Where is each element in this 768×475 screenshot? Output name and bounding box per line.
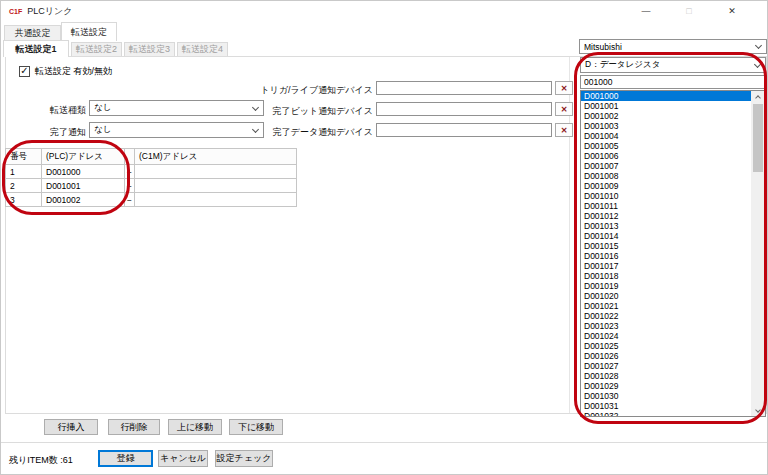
- list-item[interactable]: D001016: [581, 251, 752, 261]
- vendor-select[interactable]: Mitsubishi: [579, 39, 767, 54]
- cancel-button[interactable]: キャンセル: [158, 450, 208, 467]
- list-item[interactable]: D001010: [581, 191, 752, 201]
- list-item[interactable]: D001032: [581, 411, 752, 417]
- dash-separator: −: [125, 179, 135, 193]
- list-item[interactable]: D001012: [581, 211, 752, 221]
- chevron-up-icon: [755, 95, 761, 101]
- list-item[interactable]: D001007: [581, 161, 752, 171]
- close-button[interactable]: ✕: [716, 1, 748, 21]
- device-search-input[interactable]: [580, 75, 766, 89]
- list-item[interactable]: D001023: [581, 321, 752, 331]
- table-row: 2 D001001 −: [6, 179, 297, 193]
- list-item[interactable]: D001029: [581, 381, 752, 391]
- row-number-cell: 2: [6, 179, 42, 193]
- c1m-address-cell[interactable]: [135, 179, 297, 193]
- completion-notice-value: なし: [94, 124, 111, 136]
- tab-transfer-settings[interactable]: 転送設定: [61, 22, 117, 41]
- list-item[interactable]: D001009: [581, 181, 752, 191]
- list-item[interactable]: D001015: [581, 241, 752, 251]
- scrollbar-thumb[interactable]: [753, 104, 763, 172]
- clear-trigger-device-button[interactable]: ✕: [555, 81, 573, 95]
- list-item[interactable]: D001014: [581, 231, 752, 241]
- delete-row-button[interactable]: 行削除: [108, 419, 160, 435]
- insert-row-button[interactable]: 行挿入: [44, 419, 98, 435]
- clear-completion-data-button[interactable]: ✕: [555, 123, 573, 137]
- footer-divider: [1, 442, 768, 443]
- scroll-down-button[interactable]: [751, 405, 765, 416]
- plc-link-dialog: C1F PLCリンク — □ ✕ 共通設定 転送設定 転送設定1 転送設定2 転…: [0, 0, 768, 475]
- completion-data-input[interactable]: [376, 123, 552, 137]
- plc-address-cell[interactable]: D001002: [42, 193, 125, 207]
- list-item[interactable]: D001022: [581, 311, 752, 321]
- vendor-select-value: Mitsubishi: [584, 42, 622, 52]
- list-item[interactable]: D001026: [581, 351, 752, 361]
- transfer-type-select[interactable]: なし: [89, 100, 264, 116]
- register-type-select[interactable]: D：データレジスタ: [580, 57, 766, 73]
- trigger-device-input[interactable]: [376, 81, 552, 95]
- transfer-enable-checkbox[interactable]: ✓: [19, 66, 30, 77]
- plc-address-cell[interactable]: D001001: [42, 179, 125, 193]
- table-header-row: 番号 (PLC)アドレス (C1M)アドレス: [6, 149, 297, 165]
- plc-address-cell[interactable]: D001000: [42, 165, 125, 179]
- list-item[interactable]: D001011: [581, 201, 752, 211]
- c1m-address-cell[interactable]: [135, 193, 297, 207]
- list-item[interactable]: D001017: [581, 261, 752, 271]
- check-icon: ✓: [20, 66, 28, 76]
- transfer-type-value: なし: [94, 102, 111, 114]
- list-item[interactable]: D001008: [581, 171, 752, 181]
- address-table: 番号 (PLC)アドレス (C1M)アドレス 1 D001000 − 2 D00…: [5, 148, 297, 207]
- row-number-cell: 1: [6, 165, 42, 179]
- completion-bit-input[interactable]: [376, 102, 552, 116]
- c1m-address-cell[interactable]: [135, 165, 297, 179]
- list-item[interactable]: D001003: [581, 121, 752, 131]
- list-item[interactable]: D001000: [581, 91, 752, 101]
- list-item[interactable]: D001025: [581, 341, 752, 351]
- list-item[interactable]: D001001: [581, 101, 752, 111]
- transfer-enable-row: ✓ 転送設定 有効/無効: [19, 65, 112, 78]
- list-item[interactable]: D001021: [581, 301, 752, 311]
- minimize-button[interactable]: —: [630, 1, 662, 21]
- col-header-separator: [125, 149, 135, 165]
- list-item[interactable]: D001002: [581, 111, 752, 121]
- window-title: PLCリンク: [27, 5, 72, 18]
- list-item[interactable]: D001027: [581, 361, 752, 371]
- move-up-button[interactable]: 上に移動: [168, 419, 222, 435]
- remaining-items: 残りITEM数 :61: [9, 454, 73, 467]
- list-item[interactable]: D001028: [581, 371, 752, 381]
- list-item[interactable]: D001006: [581, 151, 752, 161]
- tab-common-settings[interactable]: 共通設定: [4, 25, 61, 41]
- subtab-transfer-2[interactable]: 転送設定2: [71, 42, 122, 57]
- completion-notice-label: 完了通知: [29, 126, 86, 139]
- clear-completion-bit-button[interactable]: ✕: [555, 102, 573, 116]
- list-item[interactable]: D001031: [581, 401, 752, 411]
- list-item[interactable]: D001030: [581, 391, 752, 401]
- subtab-transfer-4[interactable]: 転送設定4: [177, 42, 228, 57]
- list-item[interactable]: D001013: [581, 221, 752, 231]
- settings-check-button[interactable]: 設定チェック: [215, 450, 273, 467]
- subtab-transfer-1[interactable]: 転送設定1: [3, 40, 69, 57]
- chevron-down-icon: [755, 42, 762, 49]
- register-button[interactable]: 登録: [98, 450, 153, 467]
- move-down-button[interactable]: 下に移動: [229, 419, 283, 435]
- table-body: 1 D001000 − 2 D001001 − 3 D001002 −: [6, 165, 297, 207]
- scroll-up-button[interactable]: [751, 91, 765, 102]
- remaining-items-label: 残りITEM数 :: [9, 455, 63, 465]
- chevron-down-icon: [754, 60, 761, 67]
- completion-notice-select[interactable]: なし: [89, 122, 264, 138]
- col-header-c1m-address: (C1M)アドレス: [135, 149, 297, 165]
- dash-separator: −: [125, 193, 135, 207]
- col-header-plc-address: (PLC)アドレス: [42, 149, 125, 165]
- subtab-transfer-3[interactable]: 転送設定3: [124, 42, 175, 57]
- maximize-button[interactable]: □: [673, 1, 705, 21]
- table-row: 3 D001002 −: [6, 193, 297, 207]
- list-item[interactable]: D001004: [581, 131, 752, 141]
- list-item[interactable]: D001024: [581, 331, 752, 341]
- list-item[interactable]: D001005: [581, 141, 752, 151]
- chevron-down-icon: [755, 407, 761, 413]
- list-item[interactable]: D001020: [581, 291, 752, 301]
- device-list-scrollbar[interactable]: [751, 91, 765, 416]
- list-item[interactable]: D001018: [581, 271, 752, 281]
- trigger-device-label: トリガ/ライブ通知デバイス: [251, 84, 373, 97]
- list-item[interactable]: D001019: [581, 281, 752, 291]
- dash-separator: −: [125, 165, 135, 179]
